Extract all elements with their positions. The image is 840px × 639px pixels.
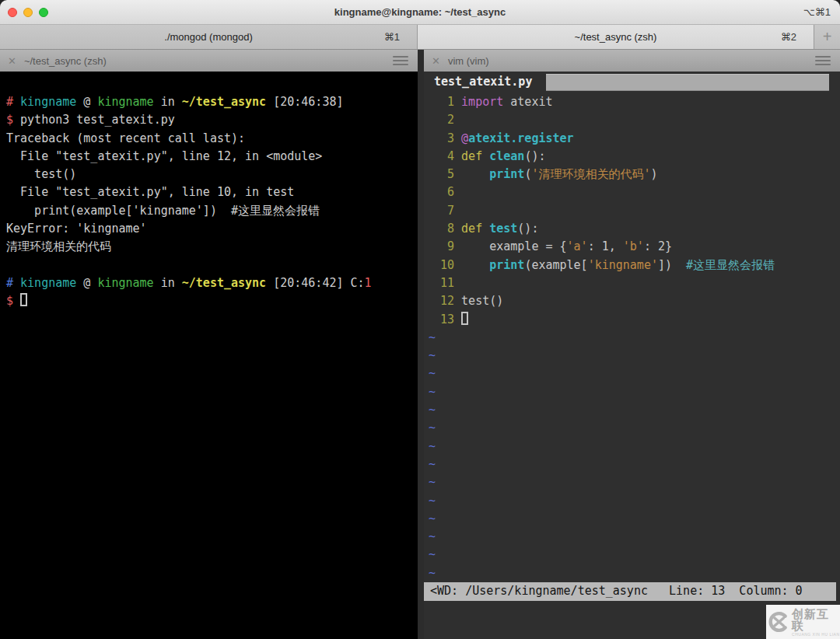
- new-tab-button[interactable]: +: [814, 25, 840, 49]
- terminal-line: print(example['kingname']) #这里显然会报错: [6, 202, 418, 220]
- code-line: 12test(): [424, 292, 840, 310]
- terminal-window: kingname@kingname: ~/test_async ⌥⌘1 ./mo…: [0, 0, 840, 639]
- tab-shortcut: ⌘1: [384, 31, 400, 43]
- pane-split-divider[interactable]: [418, 72, 424, 639]
- vim-tilde: ~: [424, 528, 840, 546]
- line-number: 8: [433, 220, 454, 238]
- watermark: 创新互联 CHUANG XIN HU LIAN: [766, 605, 840, 639]
- cursor: [461, 312, 468, 325]
- vim-tilde: ~: [424, 473, 840, 491]
- vim-empty-lines: ~~~~~~~~~~~~~~: [424, 329, 840, 582]
- vim-pane[interactable]: test_atexit.py 1import atexit23@atexit.r…: [424, 72, 840, 639]
- code-line: 1import atexit: [424, 93, 840, 111]
- line-number: 1: [433, 93, 454, 111]
- line-number: 9: [433, 238, 454, 256]
- vim-tilde: ~: [424, 510, 840, 528]
- code-line: 4def clean():: [424, 148, 840, 166]
- line-number: 5: [433, 166, 454, 183]
- watermark-subtext: CHUANG XIN HU LIAN: [792, 633, 840, 637]
- line-number: 10: [433, 257, 454, 274]
- vim-statusline: <WD: /Users/kingname/test_async Line: 13…: [424, 582, 836, 601]
- vim-tilde: ~: [424, 365, 840, 382]
- terminal-line: # kingname @ kingname in ~/test_async [2…: [6, 274, 418, 292]
- vim-tilde: ~: [424, 347, 840, 365]
- line-number: 4: [433, 148, 454, 166]
- cursor: [20, 293, 27, 306]
- vim-tabline-fill: [546, 74, 829, 91]
- terminal-line: # kingname @ kingname in ~/test_async [2…: [6, 93, 418, 111]
- pane-menu-icon[interactable]: [815, 56, 831, 65]
- terminal-line: test(): [6, 166, 418, 183]
- title-bar: kingname@kingname: ~/test_async ⌥⌘1: [0, 0, 840, 25]
- line-number: 6: [433, 183, 454, 201]
- terminal-line: File "test_atexit.py", line 12, in <modu…: [6, 148, 418, 166]
- terminal-line: 清理环境相关的代码: [6, 238, 418, 256]
- line-number: 12: [433, 292, 454, 310]
- code-line: 13: [424, 311, 840, 329]
- code-line: 3@atexit.register: [424, 130, 840, 148]
- tab-test-async[interactable]: ~/test_async (zsh) ⌘2: [418, 25, 814, 49]
- code-line: 5 print('清理环境相关的代码'): [424, 166, 840, 183]
- terminal-line: KeyError: 'kingname': [6, 220, 418, 238]
- tab-label: ~/test_async (zsh): [575, 31, 657, 43]
- content-area: # kingname @ kingname in ~/test_async [2…: [0, 72, 840, 639]
- vim-buffer-filename: test_atexit.py: [434, 73, 532, 91]
- shell-pane[interactable]: # kingname @ kingname in ~/test_async [2…: [0, 72, 418, 639]
- code-line: 9 example = {'a': 1, 'b': 2}: [424, 238, 840, 256]
- left-pane-header: ✕ ~/test_async (zsh): [0, 50, 418, 72]
- code-line: 7: [424, 202, 840, 220]
- left-pane-title: ~/test_async (zsh): [24, 55, 393, 67]
- vim-tilde: ~: [424, 419, 840, 437]
- terminal-line: Traceback (most recent call last):: [6, 130, 418, 148]
- code-line: 11: [424, 274, 840, 292]
- close-pane-icon[interactable]: ✕: [8, 55, 16, 67]
- tab-shortcut: ⌘2: [781, 31, 796, 43]
- pane-menu-icon[interactable]: [393, 56, 408, 65]
- watermark-brand: 创新互联: [792, 608, 840, 631]
- window-title: kingname@kingname: ~/test_async: [0, 6, 840, 18]
- pane-headers: ✕ ~/test_async (zsh) ✕ vim (vim): [0, 50, 840, 72]
- code-line: 6: [424, 183, 840, 201]
- window-shortcut: ⌥⌘1: [803, 6, 831, 18]
- code-line: 10 print(example['kingname']) #这里显然会报错: [424, 257, 840, 274]
- vim-tilde: ~: [424, 438, 840, 456]
- line-number: 13: [433, 311, 454, 329]
- line-number: 11: [433, 274, 454, 292]
- pane-divider: [418, 50, 424, 72]
- terminal-line: $: [6, 292, 418, 310]
- terminal-line: [6, 257, 418, 274]
- vim-tilde: ~: [424, 383, 840, 401]
- tab-mongod[interactable]: ./mongod (mongod) ⌘1: [0, 25, 418, 49]
- vim-tilde: ~: [424, 456, 840, 473]
- tab-bar: ./mongod (mongod) ⌘1 ~/test_async (zsh) …: [0, 25, 840, 50]
- tab-label: ./mongod (mongod): [164, 31, 252, 43]
- vim-code: 1import atexit23@atexit.register4def cle…: [424, 93, 840, 329]
- right-pane-title: vim (vim): [448, 55, 815, 67]
- vim-tilde: ~: [424, 401, 840, 419]
- close-pane-icon[interactable]: ✕: [432, 55, 440, 67]
- code-line: 2: [424, 111, 840, 129]
- vim-tilde: ~: [424, 546, 840, 564]
- line-number: 3: [433, 130, 454, 148]
- line-number: 7: [433, 202, 454, 220]
- code-line: 8def test():: [424, 220, 840, 238]
- vim-tilde: ~: [424, 329, 840, 347]
- terminal-line: File "test_atexit.py", line 10, in test: [6, 183, 418, 201]
- vim-tabline: test_atexit.py: [424, 72, 840, 93]
- vim-tilde: ~: [424, 492, 840, 510]
- terminal-line: $ python3 test_atexit.py: [6, 111, 418, 129]
- watermark-logo-icon: [766, 610, 789, 634]
- right-pane-header: ✕ vim (vim): [424, 50, 840, 72]
- vim-tilde: ~: [424, 564, 840, 582]
- line-number: 2: [433, 111, 454, 129]
